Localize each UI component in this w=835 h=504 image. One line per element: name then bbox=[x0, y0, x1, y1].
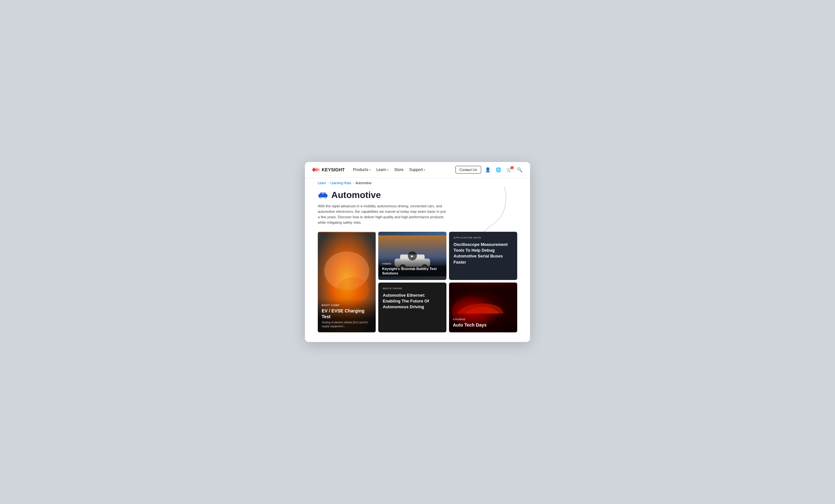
video-tag: VIDEO bbox=[382, 262, 443, 265]
bootcamp-desc: Testing of electric vehicle (EV) and EV … bbox=[322, 321, 372, 329]
search-icon[interactable]: 🔍 bbox=[515, 166, 524, 173]
course-tag: COURSE bbox=[453, 318, 513, 321]
course-title: Auto Tech Days bbox=[453, 322, 513, 328]
card-grid: BOOT CAMP EV / EVSE Charging Test Testin… bbox=[318, 232, 517, 332]
products-chevron-icon: ▾ bbox=[369, 168, 370, 171]
nav-learn[interactable]: Learn ▾ bbox=[374, 166, 391, 174]
appnote-title: Oscilloscope Measurement Tools To Help D… bbox=[453, 242, 513, 265]
bootcamp-title: EV / EVSE Charging Test bbox=[322, 308, 372, 319]
page-title: Automotive bbox=[331, 190, 381, 200]
bootcamp-overlay: BOOT CAMP EV / EVSE Charging Test Testin… bbox=[318, 299, 376, 332]
card-course[interactable]: COURSE Auto Tech Days bbox=[449, 282, 517, 332]
card-bootcamp[interactable]: BOOT CAMP EV / EVSE Charging Test Testin… bbox=[318, 232, 376, 332]
nav-support[interactable]: Support ▾ bbox=[407, 166, 427, 174]
video-title: Keysight's Scienlab Battery Test Solutio… bbox=[382, 267, 443, 276]
breadcrumb-learning-hubs[interactable]: Learning Hubs bbox=[330, 181, 351, 185]
svg-rect-5 bbox=[322, 193, 324, 194]
svg-point-3 bbox=[320, 197, 321, 198]
nav-links: Products ▾ Learn ▾ Store Support ▾ bbox=[351, 166, 455, 174]
card-appnote[interactable]: APPLICATION NOTE Oscilloscope Measuremen… bbox=[449, 232, 517, 280]
video-overlay: VIDEO Keysight's Scienlab Battery Test S… bbox=[378, 258, 446, 280]
page-description: With the rapid advances in e-mobility, a… bbox=[318, 204, 446, 225]
person-icon[interactable]: 👤 bbox=[484, 166, 492, 173]
cart-badge: 1 bbox=[510, 166, 514, 169]
contact-button[interactable]: Contact Us bbox=[455, 166, 481, 173]
browser-window: KEYSIGHT Products ▾ Learn ▾ Store Suppor… bbox=[305, 162, 530, 342]
automotive-icon bbox=[318, 192, 328, 198]
bootcamp-image: BOOT CAMP EV / EVSE Charging Test Testin… bbox=[318, 232, 376, 332]
svg-point-4 bbox=[325, 197, 326, 198]
support-chevron-icon: ▾ bbox=[424, 168, 425, 171]
nav-products[interactable]: Products ▾ bbox=[351, 166, 373, 174]
keysight-logo[interactable]: KEYSIGHT bbox=[311, 167, 345, 173]
course-overlay: COURSE Auto Tech Days bbox=[449, 313, 517, 332]
whitepaper-title: Automotive Ethernet: Enabling The Future… bbox=[383, 293, 442, 310]
nav-store[interactable]: Store bbox=[392, 166, 406, 174]
breadcrumb-sep-1: › bbox=[328, 181, 329, 185]
globe-icon[interactable]: 🌐 bbox=[494, 166, 503, 173]
breadcrumb-current: Automotive bbox=[355, 181, 371, 185]
nav-right: Contact Us 👤 🌐 🛒 1 🔍 bbox=[455, 166, 524, 173]
breadcrumb-learn[interactable]: Learn bbox=[318, 181, 326, 185]
learn-chevron-icon: ▾ bbox=[387, 168, 389, 171]
whitepaper-tag: WHITE PAPER bbox=[383, 287, 442, 290]
breadcrumb: Learn › Learning Hubs › Automotive bbox=[305, 178, 530, 187]
breadcrumb-sep-2: › bbox=[353, 181, 354, 185]
card-video[interactable]: ▶ VIDEO Keysight's Scienlab Battery Test… bbox=[378, 232, 446, 280]
navigation: KEYSIGHT Products ▾ Learn ▾ Store Suppor… bbox=[305, 162, 530, 178]
cart-wrapper[interactable]: 🛒 1 bbox=[505, 167, 513, 173]
card-whitepaper[interactable]: WHITE PAPER Automotive Ethernet: Enablin… bbox=[378, 282, 446, 332]
bootcamp-tag: BOOT CAMP bbox=[322, 304, 372, 307]
logo-text: KEYSIGHT bbox=[322, 167, 345, 172]
page-title-row: Automotive bbox=[318, 187, 517, 200]
page-content: Automotive With the rapid advances in e-… bbox=[305, 187, 530, 342]
appnote-tag: APPLICATION NOTE bbox=[453, 236, 513, 239]
